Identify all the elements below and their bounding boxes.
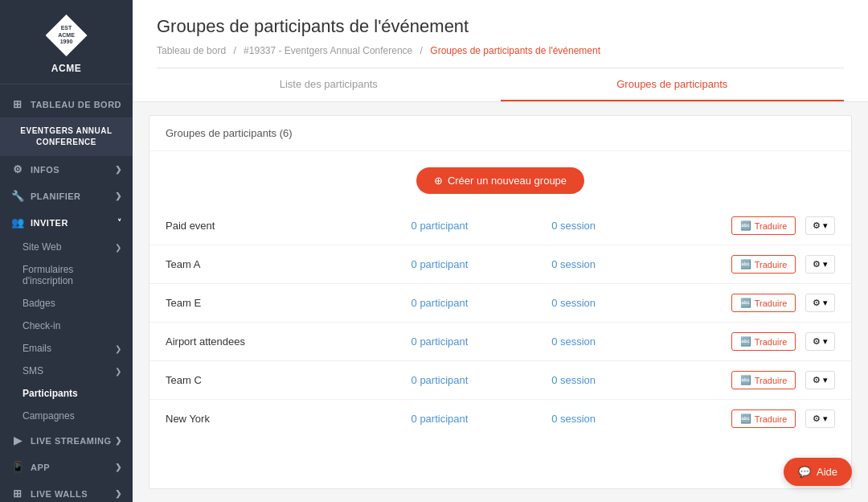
help-button[interactable]: 💬 Aide bbox=[784, 458, 852, 486]
sub-item-label: SMS bbox=[23, 365, 43, 376]
sidebar-nav: ⊞ TABLEAU DE BORD EVENTGERS ANNUAL CONFE… bbox=[0, 84, 133, 502]
event-name: EVENTGERS ANNUAL CONFERENCE bbox=[0, 117, 133, 156]
sidebar-item-label: TABLEAU DE BORD bbox=[31, 100, 121, 109]
group-actions: 🔤 Traduire ⚙ ▾ bbox=[676, 207, 851, 245]
chevron-icon: ❯ bbox=[115, 344, 121, 353]
chevron-icon: ❯ bbox=[115, 463, 122, 471]
group-participants[interactable]: 0 participant bbox=[395, 361, 536, 400]
sidebar-sub-formulaires[interactable]: Formulaires d'inscription bbox=[0, 258, 133, 292]
chevron-icon: ❯ bbox=[115, 436, 122, 445]
breadcrumb-active: Groupes de participants de l'événement bbox=[430, 45, 600, 56]
group-name: Team A bbox=[149, 245, 395, 284]
sub-item-label: Participants bbox=[23, 388, 78, 399]
translate-icon: 🔤 bbox=[740, 336, 751, 347]
table-row: New York 0 participant 0 session 🔤 Tradu… bbox=[149, 400, 851, 438]
traduire-button[interactable]: 🔤 Traduire bbox=[731, 294, 796, 312]
sidebar-item-live-walls[interactable]: ⊞ LIVE WALLS ❯ bbox=[0, 480, 133, 502]
group-actions: 🔤 Traduire ⚙ ▾ bbox=[676, 245, 851, 284]
sidebar-item-infos[interactable]: ⚙ INFOS ❯ bbox=[0, 156, 133, 183]
group-sessions[interactable]: 0 session bbox=[535, 400, 676, 438]
group-participants[interactable]: 0 participant bbox=[395, 207, 536, 245]
groups-table: Paid event 0 participant 0 session 🔤 Tra… bbox=[149, 207, 851, 438]
settings-button[interactable]: ⚙ ▾ bbox=[805, 216, 835, 235]
sidebar-item-label: INFOS bbox=[31, 165, 59, 175]
sub-item-label: Badges bbox=[23, 298, 55, 309]
logo-diamond: ESTACME1990 bbox=[46, 14, 88, 56]
group-participants[interactable]: 0 participant bbox=[395, 400, 536, 438]
sidebar-sub-participants[interactable]: Participants bbox=[0, 382, 133, 405]
chevron-icon: ❯ bbox=[115, 191, 122, 200]
group-sessions[interactable]: 0 session bbox=[535, 284, 676, 323]
group-name: Team E bbox=[149, 284, 395, 323]
sidebar-item-label: PLANIFIER bbox=[31, 191, 81, 201]
play-icon: ▶ bbox=[11, 434, 24, 446]
sub-item-label: Site Web bbox=[23, 241, 61, 253]
group-name: Airport attendees bbox=[149, 323, 395, 361]
settings-button[interactable]: ⚙ ▾ bbox=[805, 371, 835, 389]
gear-icon: ⚙ bbox=[11, 163, 24, 175]
sidebar-item-label: LIVE STREAMING bbox=[31, 436, 112, 446]
group-participants[interactable]: 0 participant bbox=[395, 245, 536, 284]
plus-icon: ⊕ bbox=[434, 175, 443, 187]
tool-icon: 🔧 bbox=[11, 190, 24, 202]
chevron-icon: ❯ bbox=[115, 489, 122, 498]
translate-icon: 🔤 bbox=[740, 414, 751, 424]
page-title: Groupes de participants de l'événement bbox=[157, 16, 844, 37]
content-area: Groupes de participants (6) ⊕ Créer un n… bbox=[149, 115, 852, 489]
chevron-icon: ❯ bbox=[115, 367, 121, 376]
tab-liste[interactable]: Liste des participants bbox=[157, 68, 501, 101]
sidebar-logo: ESTACME1990 ACME bbox=[0, 0, 133, 84]
sidebar-sub-badges[interactable]: Badges bbox=[0, 292, 133, 315]
sidebar-item-inviter[interactable]: 👥 INVITER ˅ bbox=[0, 209, 133, 236]
chat-icon: 💬 bbox=[798, 466, 811, 478]
grid-icon: ⊞ bbox=[11, 98, 24, 110]
breadcrumb-part1: Tableau de bord bbox=[157, 45, 226, 56]
sidebar-item-app[interactable]: 📱 APP ❯ bbox=[0, 454, 133, 480]
table-row: Team A 0 participant 0 session 🔤 Traduir… bbox=[149, 245, 851, 284]
group-sessions[interactable]: 0 session bbox=[535, 323, 676, 361]
traduire-button[interactable]: 🔤 Traduire bbox=[731, 216, 796, 235]
sidebar-sub-site-web[interactable]: Site Web ❯ bbox=[0, 236, 133, 258]
settings-button[interactable]: ⚙ ▾ bbox=[805, 332, 835, 351]
tab-groupes[interactable]: Groupes de participants bbox=[501, 68, 845, 101]
group-name: Paid event bbox=[149, 207, 395, 245]
group-sessions[interactable]: 0 session bbox=[535, 207, 676, 245]
sub-item-label: Campagnes bbox=[23, 410, 75, 422]
translate-icon: 🔤 bbox=[740, 298, 751, 308]
group-actions: 🔤 Traduire ⚙ ▾ bbox=[676, 284, 851, 323]
sidebar-item-live-streaming[interactable]: ▶ LIVE STREAMING ❯ bbox=[0, 427, 133, 454]
group-actions: 🔤 Traduire ⚙ ▾ bbox=[676, 400, 851, 438]
group-name: New York bbox=[149, 400, 395, 438]
group-sessions[interactable]: 0 session bbox=[535, 245, 676, 284]
group-sessions[interactable]: 0 session bbox=[535, 361, 676, 400]
sub-item-label: Formulaires d'inscription bbox=[23, 264, 121, 286]
settings-button[interactable]: ⚙ ▾ bbox=[805, 294, 835, 312]
sidebar-sub-emails[interactable]: Emails ❯ bbox=[0, 337, 133, 360]
traduire-button[interactable]: 🔤 Traduire bbox=[731, 332, 796, 351]
sidebar-item-planifier[interactable]: 🔧 PLANIFIER ❯ bbox=[0, 183, 133, 209]
group-participants[interactable]: 0 participant bbox=[395, 284, 536, 323]
grid2-icon: ⊞ bbox=[11, 488, 24, 500]
sidebar-sub-checkin[interactable]: Check-in bbox=[0, 315, 133, 337]
traduire-button[interactable]: 🔤 Traduire bbox=[731, 409, 796, 428]
sidebar-sub-campagnes[interactable]: Campagnes bbox=[0, 405, 133, 427]
breadcrumb-part2: #19337 - Eventgers Annual Conference bbox=[244, 45, 412, 56]
translate-icon: 🔤 bbox=[740, 259, 751, 270]
table-row: Paid event 0 participant 0 session 🔤 Tra… bbox=[149, 207, 851, 245]
traduire-button[interactable]: 🔤 Traduire bbox=[731, 371, 796, 389]
settings-button[interactable]: ⚙ ▾ bbox=[805, 409, 835, 428]
brand-name: ACME bbox=[51, 63, 81, 74]
settings-button[interactable]: ⚙ ▾ bbox=[805, 255, 835, 274]
logo-text: ESTACME1990 bbox=[58, 25, 75, 45]
group-participants[interactable]: 0 participant bbox=[395, 323, 536, 361]
sidebar-sub-sms[interactable]: SMS ❯ bbox=[0, 360, 133, 382]
chevron-icon: ❯ bbox=[115, 243, 121, 252]
group-name: Team C bbox=[149, 361, 395, 400]
create-group-button[interactable]: ⊕ Créer un nouveau groupe bbox=[416, 167, 584, 194]
sidebar-item-label: INVITER bbox=[31, 218, 68, 228]
sub-item-label: Check-in bbox=[23, 320, 60, 331]
sidebar-item-tableau[interactable]: ⊞ TABLEAU DE BORD bbox=[0, 91, 133, 117]
main-content: Groupes de participants de l'événement T… bbox=[133, 0, 868, 502]
traduire-button[interactable]: 🔤 Traduire bbox=[731, 255, 796, 274]
sidebar: ESTACME1990 ACME ⊞ TABLEAU DE BORD EVENT… bbox=[0, 0, 133, 502]
